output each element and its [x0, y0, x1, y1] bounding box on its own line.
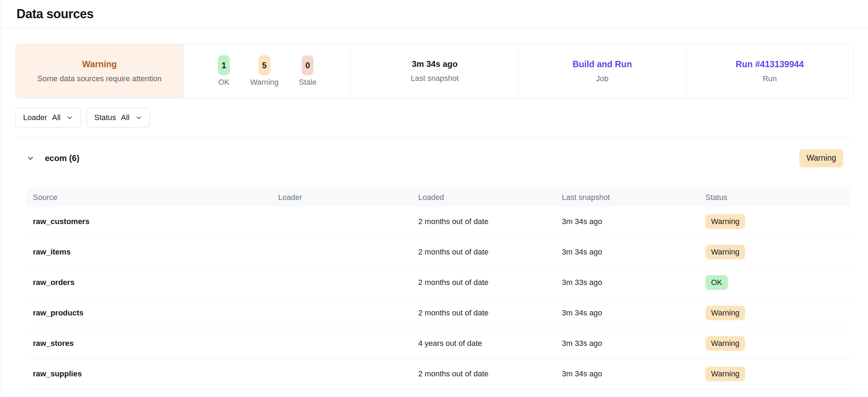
- status-badge: Warning: [705, 214, 745, 229]
- status-filter-dropdown[interactable]: Status All: [87, 108, 150, 127]
- source-group-status-badge: Warning: [799, 149, 843, 167]
- status-count-stale: 0Stale: [299, 55, 316, 87]
- status-filter-label: Status: [94, 113, 116, 122]
- status-count-ok: 1OK: [218, 55, 230, 87]
- overall-status-subtitle: Some data sources require attention: [37, 74, 162, 83]
- run-link[interactable]: Run #413139944: [736, 59, 804, 69]
- last-snapshot-cell: 3m 34s ago: [562, 369, 705, 378]
- last-snapshot-cell: 3m 33s ago: [562, 278, 705, 287]
- column-header-last-snapshot: Last snapshot: [562, 193, 705, 202]
- status-count-warning: 5Warning: [250, 55, 278, 87]
- status-badge: Warning: [705, 367, 745, 381]
- loader-filter-value: All: [52, 113, 61, 122]
- filters-row: Loader All Status All: [15, 108, 854, 127]
- last-snapshot-value: 3m 34s ago: [412, 59, 458, 69]
- summary-bar: Warning Some data sources require attent…: [15, 44, 854, 98]
- status-filter-value: All: [121, 113, 129, 122]
- column-header-source: Source: [33, 193, 278, 202]
- table-row[interactable]: raw_items2 months out of date3m 34s agoW…: [26, 237, 850, 267]
- loaded-cell: 2 months out of date: [418, 278, 562, 287]
- loaded-cell: 2 months out of date: [418, 248, 562, 257]
- source-name: raw_items: [33, 248, 278, 257]
- run-label: Run: [763, 74, 777, 83]
- table-header-row: Source Loader Loaded Last snapshot Statu…: [26, 188, 850, 207]
- column-header-loaded: Loaded: [418, 193, 562, 202]
- status-count-value: 0: [302, 55, 314, 75]
- status-count-label: Warning: [250, 78, 278, 87]
- source-name: raw_supplies: [33, 369, 278, 378]
- last-snapshot-cell: 3m 34s ago: [562, 248, 705, 257]
- job-label: Job: [596, 74, 608, 83]
- loader-filter-label: Loader: [23, 113, 47, 122]
- status-cell: Warning: [705, 336, 850, 351]
- chevron-down-icon: [66, 114, 73, 121]
- last-snapshot-cell: 3m 34s ago: [562, 308, 705, 318]
- job-link[interactable]: Build and Run: [572, 59, 632, 69]
- source-name: raw_orders: [33, 278, 278, 287]
- status-count-value: 5: [259, 55, 270, 75]
- source-name: raw_customers: [33, 217, 278, 226]
- table-row[interactable]: raw_customers2 months out of date3m 34s …: [26, 207, 850, 237]
- table-row[interactable]: raw_orders2 months out of date3m 33s ago…: [26, 267, 850, 298]
- status-cell: Warning: [705, 306, 850, 320]
- status-cell: Warning: [705, 214, 850, 229]
- table-row[interactable]: raw_supplies2 months out of date3m 34s a…: [26, 359, 850, 389]
- status-counts: 1OK5Warning0Stale: [218, 55, 316, 87]
- source-group-ecom: ecom (6) Warning Source Loader Loaded La…: [15, 138, 854, 389]
- sources-table: Source Loader Loaded Last snapshot Statu…: [26, 188, 850, 389]
- last-snapshot-cell: 3m 34s ago: [562, 217, 705, 226]
- column-header-loader: Loader: [278, 193, 418, 202]
- loader-filter-dropdown[interactable]: Loader All: [15, 108, 81, 127]
- status-count-label: OK: [218, 78, 229, 87]
- overall-status-title: Warning: [82, 59, 117, 69]
- loaded-cell: 2 months out of date: [418, 369, 562, 378]
- source-group-title: ecom (6): [45, 153, 80, 163]
- status-count-value: 1: [218, 55, 230, 75]
- status-cell: Warning: [705, 367, 850, 381]
- status-badge: OK: [705, 275, 728, 290]
- overall-status-card: Warning Some data sources require attent…: [16, 44, 183, 98]
- status-cell: OK: [705, 275, 850, 290]
- table-body: raw_customers2 months out of date3m 34s …: [26, 207, 850, 389]
- table-row[interactable]: raw_products2 months out of date3m 34s a…: [26, 298, 850, 328]
- page-header: Data sources: [0, 0, 868, 28]
- source-name: raw_stores: [33, 339, 278, 348]
- status-cell: Warning: [705, 245, 850, 259]
- page-title: Data sources: [16, 7, 94, 21]
- status-count-label: Stale: [299, 78, 316, 87]
- chevron-down-icon: [135, 114, 142, 121]
- chevron-down-icon[interactable]: [26, 154, 35, 163]
- source-group-header: ecom (6) Warning: [15, 138, 854, 168]
- loaded-cell: 2 months out of date: [418, 308, 562, 318]
- source-name: raw_products: [33, 308, 278, 318]
- last-snapshot-card: 3m 34s ago Last snapshot: [351, 44, 518, 98]
- run-card: Run #413139944 Run: [686, 44, 853, 98]
- column-header-status: Status: [705, 193, 850, 202]
- status-badge: Warning: [705, 306, 745, 320]
- content: Warning Some data sources require attent…: [0, 44, 868, 389]
- source-group-toggle[interactable]: ecom (6): [26, 153, 80, 163]
- status-badge: Warning: [705, 336, 745, 351]
- loaded-cell: 2 months out of date: [418, 217, 562, 226]
- status-counts-card: 1OK5Warning0Stale: [183, 44, 351, 98]
- last-snapshot-cell: 3m 33s ago: [562, 339, 705, 348]
- job-card: Build and Run Job: [518, 44, 686, 98]
- loaded-cell: 4 years out of date: [418, 339, 562, 348]
- table-row[interactable]: raw_stores4 years out of date3m 33s agoW…: [26, 328, 850, 359]
- last-snapshot-label: Last snapshot: [411, 74, 459, 83]
- status-badge: Warning: [705, 245, 745, 259]
